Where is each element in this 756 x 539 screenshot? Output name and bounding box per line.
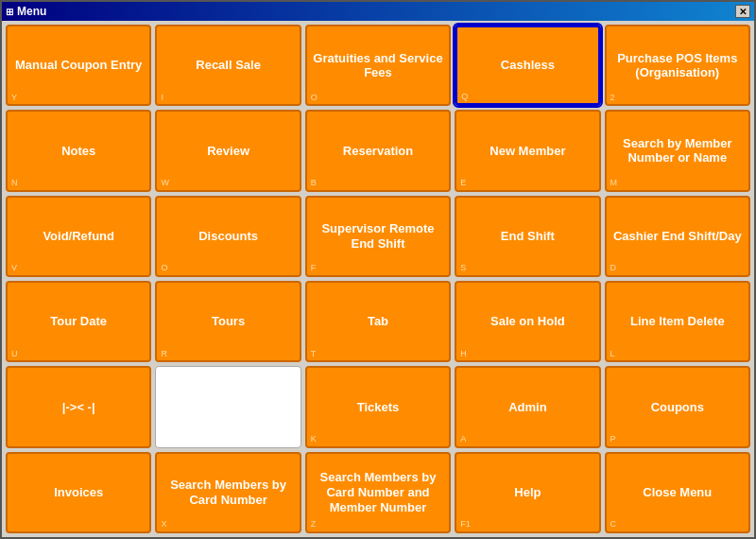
- reservation-label: Reservation: [343, 144, 413, 159]
- arrows-label: |->< -|: [62, 400, 95, 415]
- title-bar-left: ⊞ Menu: [6, 5, 46, 18]
- discounts-key: O: [161, 263, 167, 273]
- tab-label: Tab: [368, 314, 388, 329]
- search-members-card-member-key: Z: [311, 519, 317, 530]
- close-menu-button[interactable]: Close MenuC: [605, 452, 750, 533]
- gratuities-label: Gratuities and Service Fees: [311, 51, 445, 80]
- end-shift-key: S: [460, 263, 466, 273]
- tour-date-button[interactable]: Tour DateU: [6, 281, 151, 362]
- supervisor-remote-label: Supervisor Remote End Shift: [311, 221, 445, 251]
- review-button[interactable]: ReviewW: [155, 110, 301, 191]
- main-window: ⊞ Menu ✕ Manual Coupon EntryYRecall Sale…: [0, 0, 756, 539]
- line-item-delete-label: Line Item Delete: [630, 314, 725, 329]
- tour-date-key: U: [11, 349, 18, 359]
- void-refund-label: Void/Refund: [43, 229, 114, 244]
- tab-button[interactable]: TabT: [305, 281, 451, 362]
- arrows-button[interactable]: |->< -|: [6, 366, 151, 447]
- purchase-pos-label: Purchase POS Items (Organisation): [610, 51, 745, 80]
- sale-on-hold-label: Sale on Hold: [490, 314, 565, 329]
- gratuities-key: O: [311, 93, 318, 103]
- invoices-button[interactable]: Invoices: [6, 452, 151, 533]
- coupons-label: Coupons: [651, 400, 704, 415]
- manual-coupon-entry-key: Y: [11, 93, 17, 103]
- cashless-button[interactable]: CashlessQ: [455, 25, 600, 106]
- reservation-key: B: [311, 178, 317, 188]
- purchase-pos-button[interactable]: Purchase POS Items (Organisation)2: [605, 25, 750, 106]
- recall-sale-button[interactable]: Recall SaleI: [155, 25, 301, 106]
- search-members-card-label: Search Members by Card Number: [161, 478, 295, 507]
- help-key: F1: [460, 519, 471, 530]
- tab-key: T: [311, 349, 317, 359]
- line-item-delete-key: L: [610, 349, 615, 359]
- close-menu-label: Close Menu: [643, 485, 712, 500]
- supervisor-remote-button[interactable]: Supervisor Remote End ShiftF: [305, 196, 451, 277]
- window-title: Menu: [17, 5, 46, 18]
- title-bar: ⊞ Menu ✕: [2, 2, 754, 21]
- manual-coupon-entry-button[interactable]: Manual Coupon EntryY: [6, 25, 151, 106]
- new-member-label: New Member: [490, 144, 565, 159]
- void-refund-key: V: [11, 263, 17, 273]
- recall-sale-label: Recall Sale: [196, 58, 261, 73]
- button-grid: Manual Coupon EntryYRecall SaleIGratuiti…: [2, 21, 754, 537]
- tours-key: R: [161, 349, 167, 359]
- recall-sale-key: I: [161, 93, 163, 103]
- tours-button[interactable]: ToursR: [155, 281, 301, 362]
- tours-label: Tours: [212, 314, 245, 329]
- notes-button[interactable]: NotesN: [6, 110, 151, 191]
- invoices-label: Invoices: [54, 485, 103, 500]
- cashless-label: Cashless: [501, 58, 555, 73]
- supervisor-remote-key: F: [311, 263, 317, 273]
- manual-coupon-entry-label: Manual Coupon Entry: [15, 58, 142, 73]
- purchase-pos-key: 2: [610, 93, 615, 103]
- tickets-button[interactable]: TicketsK: [305, 366, 451, 447]
- gratuities-button[interactable]: Gratuities and Service FeesO: [305, 25, 451, 106]
- coupons-key: P: [610, 434, 616, 444]
- window-icon: ⊞: [6, 7, 13, 17]
- coupons-button[interactable]: CouponsP: [605, 366, 750, 447]
- admin-label: Admin: [508, 400, 546, 415]
- empty-5-2-button: [155, 366, 301, 447]
- cashier-end-key: D: [610, 263, 617, 273]
- review-label: Review: [207, 144, 249, 159]
- search-members-card-key: X: [161, 519, 166, 530]
- tour-date-label: Tour Date: [50, 314, 107, 329]
- help-label: Help: [514, 485, 541, 500]
- sale-on-hold-key: H: [460, 349, 467, 359]
- cashier-end-button[interactable]: Cashier End Shift/DayD: [605, 196, 750, 277]
- line-item-delete-button[interactable]: Line Item DeleteL: [605, 281, 750, 362]
- end-shift-label: End Shift: [501, 229, 555, 244]
- admin-button[interactable]: AdminA: [455, 366, 600, 447]
- sale-on-hold-button[interactable]: Sale on HoldH: [455, 281, 600, 362]
- new-member-key: E: [460, 178, 466, 188]
- help-button[interactable]: HelpF1: [455, 452, 600, 533]
- search-members-card-button[interactable]: Search Members by Card NumberX: [155, 452, 301, 533]
- new-member-button[interactable]: New MemberE: [455, 110, 600, 191]
- search-member-number-label: Search by Member Number or Name: [610, 136, 745, 165]
- cashier-end-label: Cashier End Shift/Day: [613, 229, 742, 244]
- tickets-key: K: [311, 434, 317, 444]
- close-button[interactable]: ✕: [735, 5, 750, 18]
- notes-label: Notes: [61, 144, 95, 159]
- notes-key: N: [11, 178, 18, 188]
- admin-key: A: [460, 434, 466, 444]
- search-member-number-button[interactable]: Search by Member Number or NameM: [605, 110, 750, 191]
- search-member-number-key: M: [610, 178, 618, 188]
- discounts-button[interactable]: DiscountsO: [155, 196, 301, 277]
- reservation-button[interactable]: ReservationB: [305, 110, 451, 191]
- end-shift-button[interactable]: End ShiftS: [455, 196, 600, 277]
- search-members-card-member-label: Search Members by Card Number and Member…: [311, 470, 445, 514]
- cashless-key: Q: [461, 92, 468, 102]
- review-key: W: [161, 178, 169, 188]
- discounts-label: Discounts: [198, 229, 258, 244]
- tickets-label: Tickets: [357, 400, 400, 415]
- search-members-card-member-button[interactable]: Search Members by Card Number and Member…: [305, 452, 451, 533]
- void-refund-button[interactable]: Void/RefundV: [6, 196, 151, 277]
- close-menu-key: C: [610, 519, 617, 530]
